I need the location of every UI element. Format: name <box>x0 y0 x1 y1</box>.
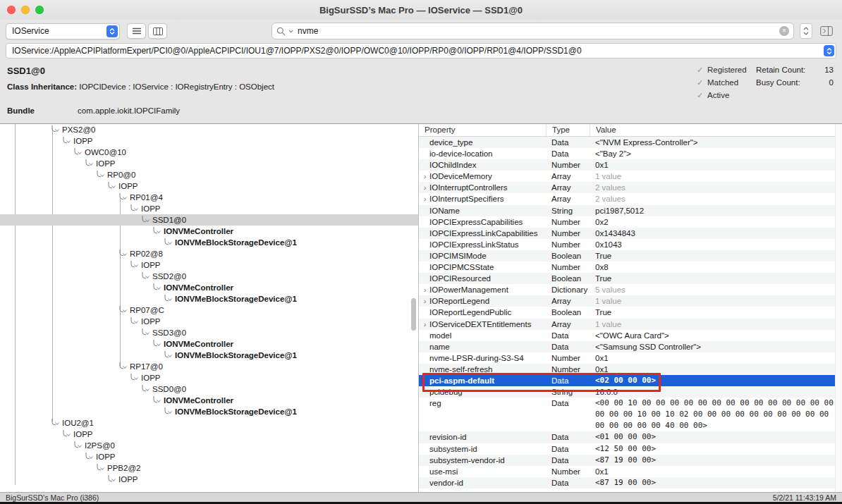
table-row-iointerruptcontrollers[interactable]: ›IOInterruptControllersArray2 values <box>419 182 842 193</box>
disclosure-chevron-icon[interactable]: › <box>420 284 429 295</box>
search-input[interactable] <box>296 25 776 37</box>
tree-item-ionvmeblockstoragedevice-1[interactable]: IONVMeBlockStorageDevice@1 <box>0 293 418 305</box>
table-row-name[interactable]: nameData<"Samsung SSD Controller"> <box>419 341 842 352</box>
type-cell: Array <box>546 171 590 182</box>
tree-item-ssd1-0[interactable]: SSD1@0 <box>0 214 418 226</box>
tree-item-ppb2-2[interactable]: PPB2@2 <box>0 462 418 474</box>
search-result-stepper[interactable] <box>800 23 812 39</box>
table-row-subsystem-vendor-id[interactable]: subsystem-vendor-idData<87 19 00 00> <box>419 455 842 466</box>
table-row-iointerruptspecifiers[interactable]: ›IOInterruptSpecifiersArray2 values <box>419 193 842 204</box>
table-row-iopciexpresslinkcapabilities[interactable]: IOPCIExpressLinkCapabilitiesNumber0x1434… <box>419 228 842 239</box>
table-row-nvme-self-refresh[interactable]: nvme-self-refreshNumber0x1 <box>419 364 842 375</box>
table-row-io-device-location[interactable]: io-device-locationData<"Bay 2"> <box>419 148 842 159</box>
matched-checkbox[interactable]: ✓ Matched <box>697 76 747 89</box>
tree-item-ionvmecontroller[interactable]: IONVMeController <box>0 338 418 350</box>
table-row-ioname[interactable]: IONameStringpci1987,5012 <box>419 205 842 216</box>
table-row-iochildindex[interactable]: IOChildIndexNumber0x1 <box>419 159 842 171</box>
device-tree[interactable]: PXS2@0IOPPOWC0@10IOPPRP0@0IOPPRP01@4IOPP… <box>0 124 419 492</box>
registry-plane-popup[interactable]: IOService <box>6 23 120 39</box>
table-row-use-msi[interactable]: use-msiNumber0x1 <box>419 466 842 477</box>
tree-item-iopp[interactable]: IOPP <box>0 158 418 169</box>
tree-item-iopp[interactable]: IOPP <box>0 203 418 214</box>
tree-item-ssd0-0[interactable]: SSD0@0 <box>0 383 418 395</box>
value-cell: <"Samsung SSD Controller"> <box>590 341 842 352</box>
value-cell: 5 values <box>590 284 842 295</box>
tree-item-iopp[interactable]: IOPP <box>0 451 418 462</box>
property-cell: IOPCIResourced <box>419 273 546 284</box>
tree-item-rp07-c[interactable]: RP07@C <box>0 305 418 316</box>
list-view-button[interactable] <box>127 23 146 39</box>
tree-item-ionvmeblockstoragedevice-1[interactable]: IONVMeBlockStorageDevice@1 <box>0 237 418 248</box>
tree-item-rp0-0[interactable]: RP0@0 <box>0 169 418 180</box>
table-row-pcidebug[interactable]: pcidebugString16:0:0 <box>419 386 842 398</box>
property-name: IOReportLegendPublic <box>429 307 511 318</box>
tree-item-iopp[interactable]: IOPP <box>0 259 418 271</box>
tree-scrollbar-thumb[interactable] <box>411 298 416 331</box>
value-cell: <"Bay 2"> <box>590 148 842 159</box>
table-row-model[interactable]: modelData<"OWC Aura Card"> <box>419 330 842 341</box>
disclosure-chevron-icon[interactable]: › <box>420 319 429 330</box>
table-row-ioreportlegendpublic[interactable]: IOReportLegendPublicBooleanTrue <box>419 307 842 318</box>
tree-item-ionvmecontroller[interactable]: IONVMeController <box>0 282 418 293</box>
table-row-ioservicedextentitlements[interactable]: ›IOServiceDEXTEntitlementsArray1 value <box>419 319 842 330</box>
tree-item-pxs2-0[interactable]: PXS2@0 <box>0 124 418 135</box>
tree-item-iopp[interactable]: IOPP <box>0 474 418 485</box>
property-name: IOPowerManagement <box>429 284 508 295</box>
table-scrollbar-track[interactable] <box>835 124 842 492</box>
tree-item-rp01-4[interactable]: RP01@4 <box>0 192 418 203</box>
registered-checkbox[interactable]: ✓ Registered <box>697 63 747 76</box>
tree-item-ionvmeblockstoragedevice-1[interactable]: IONVMeBlockStorageDevice@1 <box>0 406 418 417</box>
table-row-iopcipmcsstate[interactable]: IOPCIPMCSStateNumber0x8 <box>419 262 842 273</box>
table-row-iopowermanagement[interactable]: ›IOPowerManagementDictionary5 values <box>419 284 842 295</box>
table-row-iopciexpresscapabilities[interactable]: IOPCIExpressCapabilitiesNumber0x2 <box>419 216 842 228</box>
tree-item-iopp[interactable]: IOPP <box>0 316 418 327</box>
column-header-property: Property <box>419 124 546 136</box>
property-cell: IOReportLegendPublic <box>419 307 546 318</box>
registry-path-field[interactable]: IOService:/AppleACPIPlatformExpert/PCI0@… <box>6 43 836 59</box>
tree-item-iopp[interactable]: IOPP <box>0 135 418 147</box>
table-row-vendor-id[interactable]: vendor-idData<87 19 00 00> <box>419 477 842 488</box>
tree-item-ssd2-0[interactable]: SSD2@0 <box>0 271 418 282</box>
tree-connector-icon <box>73 441 83 450</box>
active-checkbox[interactable]: ✓ Active <box>697 89 747 102</box>
table-row-iopciexpresslinkstatus[interactable]: IOPCIExpressLinkStatusNumber0x1043 <box>419 239 842 250</box>
tree-item-i2ps-0[interactable]: I2PS@0 <box>0 440 418 451</box>
disclosure-chevron-icon[interactable]: › <box>420 171 429 182</box>
table-row-device-type[interactable]: device_typeData<"NVM Express-Controller"… <box>419 137 842 148</box>
disclosure-chevron-icon[interactable]: › <box>420 182 429 193</box>
property-cell: use-msi <box>419 466 546 477</box>
disclosure-chevron-icon[interactable]: › <box>420 295 429 307</box>
table-row-ioreportlegend[interactable]: ›IOReportLegendArray1 value <box>419 295 842 307</box>
minimize-button[interactable] <box>21 6 30 14</box>
table-row-iopcimsimode[interactable]: IOPCIMSIModeBooleanTrue <box>419 250 842 262</box>
tree-item-ssd3-0[interactable]: SSD3@0 <box>0 327 418 338</box>
value-cell: 2 values <box>590 182 842 193</box>
table-row-revision-id[interactable]: revision-idData<01 00 00 00> <box>419 431 842 443</box>
tree-item-owc0-10[interactable]: OWC0@10 <box>0 147 418 158</box>
tree-item-iopp[interactable]: IOPP <box>0 429 418 440</box>
path-stepper[interactable] <box>824 45 834 56</box>
disclosure-chevron-icon[interactable]: › <box>420 193 429 204</box>
property-name: io-device-location <box>429 148 493 159</box>
zoom-button[interactable] <box>35 6 44 14</box>
tree-item-iopp[interactable]: IOPP <box>0 372 418 383</box>
tree-item-iou2-1[interactable]: IOU2@1 <box>0 417 418 429</box>
property-cell: IOPCIExpressLinkCapabilities <box>419 228 546 239</box>
table-row-nvme-lpsr-during-s3-s4[interactable]: nvme-LPSR-during-S3-S4Number0x1 <box>419 352 842 364</box>
tree-item-rp02-8[interactable]: RP02@8 <box>0 248 418 259</box>
inspector-toggle-button[interactable] <box>817 23 836 39</box>
tree-item-ionvmecontroller[interactable]: IONVMeController <box>0 395 418 406</box>
table-row-subsystem-id[interactable]: subsystem-idData<12 50 00 00> <box>419 443 842 455</box>
table-row-iodevicememory[interactable]: ›IODeviceMemoryArray1 value <box>419 171 842 182</box>
table-row-reg[interactable]: regData<00 00 10 00 00 00 00 00 00 00 00… <box>419 398 842 431</box>
table-row-pci-aspm-default[interactable]: pci-aspm-defaultData<02 00 00 00> <box>419 375 842 386</box>
clear-search-icon[interactable]: × <box>779 26 789 36</box>
busy-count-label: Busy Count: <box>756 78 800 87</box>
tree-item-ionvmecontroller[interactable]: IONVMeController <box>0 226 418 237</box>
close-button[interactable] <box>7 6 16 14</box>
tree-item-rp17-0[interactable]: RP17@0 <box>0 361 418 372</box>
tree-item-ionvmeblockstoragedevice-1[interactable]: IONVMeBlockStorageDevice@1 <box>0 350 418 361</box>
table-row-iopciresourced[interactable]: IOPCIResourcedBooleanTrue <box>419 273 842 284</box>
column-view-button[interactable] <box>148 23 167 39</box>
tree-item-iopp[interactable]: IOPP <box>0 180 418 192</box>
